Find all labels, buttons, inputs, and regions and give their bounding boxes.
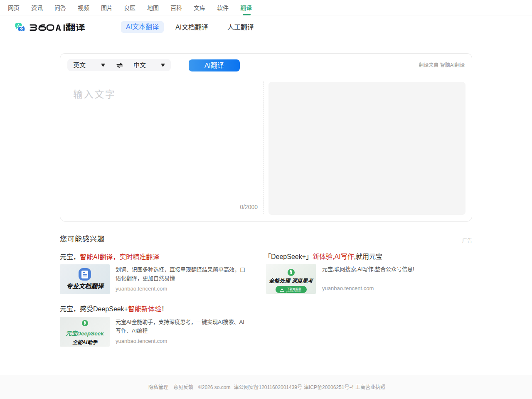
svg-text:翻译: 翻译 bbox=[66, 23, 86, 32]
